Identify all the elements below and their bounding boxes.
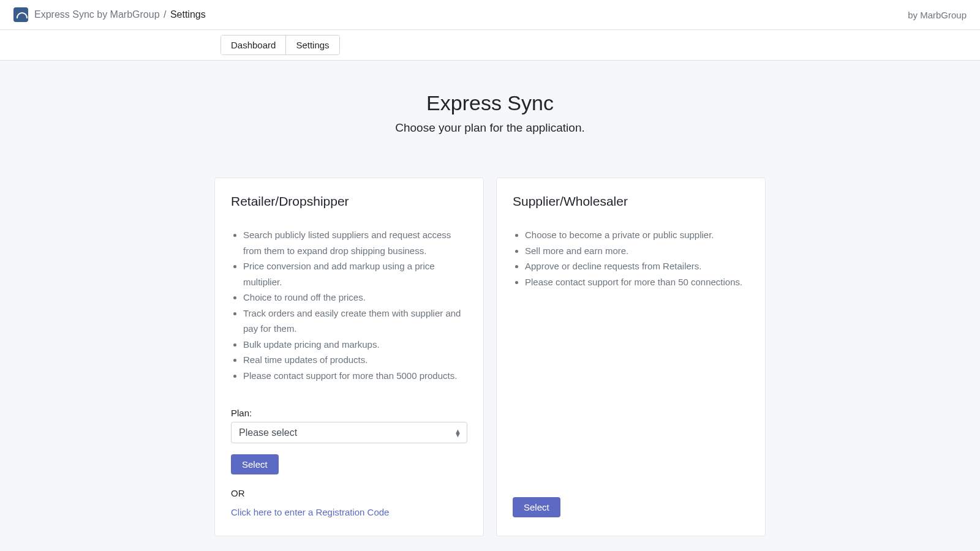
tab-group: Dashboard Settings (221, 35, 340, 55)
hero: Express Sync Choose your plan for the ap… (0, 61, 980, 178)
tab-dashboard[interactable]: Dashboard (221, 36, 285, 54)
breadcrumb-current: Settings (170, 9, 206, 20)
supplier-feature-list: Choose to become a private or public sup… (513, 227, 749, 290)
supplier-title: Supplier/Wholesaler (513, 194, 749, 209)
tab-settings[interactable]: Settings (285, 36, 339, 54)
supplier-select-button[interactable]: Select (513, 497, 560, 517)
supplier-card: Supplier/Wholesaler Choose to become a p… (496, 178, 766, 536)
or-text: OR (231, 488, 467, 498)
list-item: Choice to round off the prices. (243, 290, 467, 305)
list-item: Track orders and easily create them with… (243, 305, 467, 337)
retailer-title: Retailer/Dropshipper (231, 194, 467, 209)
list-item: Bulk update pricing and markups. (243, 337, 467, 353)
breadcrumb-separator: / (162, 9, 167, 20)
page-title: Express Sync (12, 91, 968, 115)
app-icon (13, 7, 28, 22)
retailer-feature-list: Search publicly listed suppliers and req… (231, 227, 467, 383)
page-subtitle: Choose your plan for the application. (12, 121, 968, 135)
plan-select-wrap: Please select ▲▼ (231, 422, 467, 443)
retailer-select-button[interactable]: Select (231, 454, 279, 474)
list-item: Price conversion and add markup using a … (243, 258, 467, 290)
plan-label: Plan: (231, 408, 467, 418)
list-item: Approve or decline requests from Retaile… (525, 258, 749, 274)
list-item: Please contact support for more than 50 … (525, 274, 749, 290)
plan-select[interactable]: Please select (231, 422, 467, 443)
list-item: Sell more and earn more. (525, 243, 749, 259)
list-item: Real time updates of products. (243, 352, 467, 368)
breadcrumb-app[interactable]: Express Sync by MarbGroup (34, 9, 160, 20)
tabs-row: Dashboard Settings (0, 30, 980, 61)
by-line: by MarbGroup (908, 10, 967, 20)
top-bar: Express Sync by MarbGroup / Settings by … (0, 0, 980, 30)
list-item: Search publicly listed suppliers and req… (243, 227, 467, 258)
registration-code-link[interactable]: Click here to enter a Registration Code (231, 507, 467, 517)
breadcrumb: Express Sync by MarbGroup / Settings (13, 7, 206, 22)
list-item: Please contact support for more than 500… (243, 368, 467, 384)
plan-cards: Retailer/Dropshipper Search publicly lis… (202, 178, 778, 551)
list-item: Choose to become a private or public sup… (525, 227, 749, 243)
retailer-card: Retailer/Dropshipper Search publicly lis… (214, 178, 484, 536)
